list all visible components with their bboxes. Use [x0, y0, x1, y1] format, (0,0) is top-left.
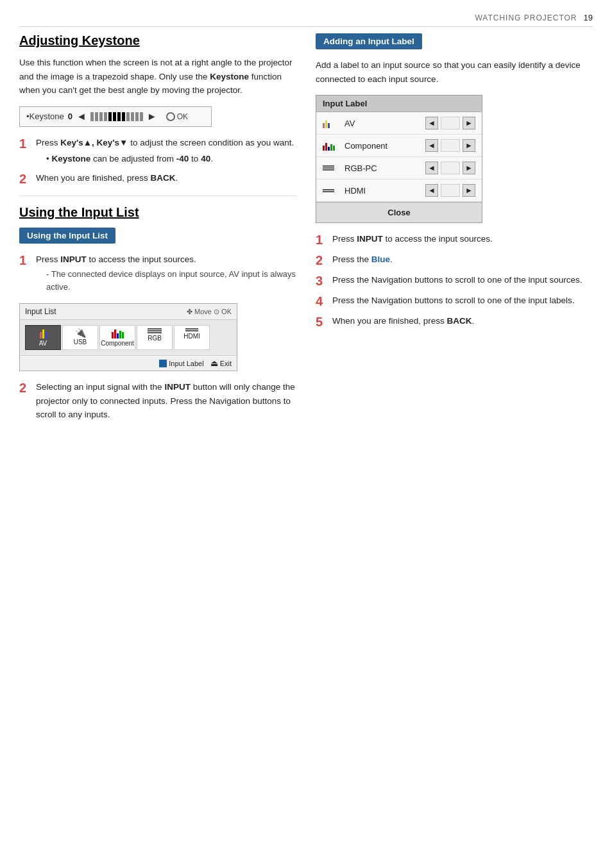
ok-circle — [166, 112, 175, 121]
rgb-row-name: RGB-PC — [344, 163, 421, 173]
hdmi-right-arrow[interactable]: ► — [463, 184, 475, 197]
av-left-arrow[interactable]: ◄ — [425, 117, 438, 129]
bar-seg-1 — [90, 112, 94, 121]
rgb-controls: ◄ ► — [425, 162, 475, 174]
right-step-num-5: 5 — [316, 314, 328, 330]
two-col-layout: Adjusting Keystone Use this function whe… — [19, 33, 593, 427]
input-label-ui: Input Label AV ◄ ► — [316, 95, 482, 223]
bar-seg-3 — [99, 112, 103, 121]
step-sub-2-1: - The connected device displays on input… — [46, 268, 296, 295]
usb-label: USB — [74, 338, 87, 346]
40-bold: 40 — [201, 154, 210, 163]
page-number: 19 — [584, 13, 593, 22]
bar-seg-2 — [95, 112, 98, 121]
right-step-num-2: 2 — [316, 253, 328, 268]
av-right-arrow[interactable]: ► — [463, 117, 475, 129]
av-label: AV — [39, 340, 47, 347]
av-controls: ◄ ► — [425, 117, 475, 129]
back-bold-r: BACK — [447, 316, 472, 326]
input-item-usb[interactable]: 🔌 USB — [62, 325, 98, 350]
input-label-row-hdmi: HDMI ◄ ► — [316, 179, 482, 202]
page-header: WATCHING PROJECTOR 19 — [19, 13, 593, 27]
rgb-icon — [148, 328, 162, 333]
av-row-name: AV — [344, 119, 421, 128]
input-bold-1: INPUT — [60, 255, 87, 264]
step-text-1-2: When you are finished, press BACK. — [36, 171, 296, 185]
input-item-av[interactable]: AV — [25, 325, 61, 350]
input-label-row-component: Component ◄ ► — [316, 135, 482, 157]
keystone-value: 0 — [68, 112, 72, 121]
right-step-text-1: Press INPUT to access the input sources. — [332, 232, 593, 246]
hdmi-value-space — [441, 184, 460, 197]
section2-title: Using the Input List — [19, 205, 296, 220]
ok-text: OK — [177, 112, 188, 121]
bar-seg-5 — [108, 112, 112, 121]
keystone-bullet-bold: Keystone — [51, 154, 90, 163]
page: WATCHING PROJECTOR 19 Adjusting Keystone… — [0, 0, 612, 446]
right-steps: 1 Press INPUT to access the input source… — [316, 232, 593, 330]
input-list-actions: ✤ Move ⊙ OK — [187, 308, 232, 316]
close-button[interactable]: Close — [316, 202, 482, 222]
step-2-1: 1 Press INPUT to access the input source… — [19, 253, 296, 294]
rgb-value-space — [441, 162, 460, 174]
input-item-hdmi[interactable]: HDMI — [174, 325, 210, 350]
bar-seg-11 — [135, 112, 139, 121]
component-icon — [112, 328, 124, 338]
exit-btn[interactable]: ⏏ Exit — [210, 358, 232, 368]
input-list-title: Input List — [25, 307, 56, 316]
bar-seg-6 — [113, 112, 116, 121]
keys-bold: Key's▲, Key's▼ — [60, 138, 128, 147]
right-column: Adding an Input Label Add a label to an … — [316, 33, 593, 427]
right-step-num-1: 1 — [316, 232, 328, 247]
keystone-bar — [90, 112, 143, 121]
rgb-left-arrow[interactable]: ◄ — [425, 162, 438, 174]
input-list-items: AV 🔌 USB — [20, 320, 237, 355]
input-list-footer: Input Label ⏏ Exit — [20, 355, 237, 371]
section1-intro: Use this function when the screen is not… — [19, 56, 296, 97]
hdmi-left-arrow[interactable]: ◄ — [425, 184, 438, 197]
input-label-header: Input Label — [316, 96, 482, 112]
input-item-rgb[interactable]: RGB — [137, 325, 173, 350]
exit-icon: ⏏ — [210, 358, 218, 368]
step-1-2: 2 When you are finished, press BACK. — [19, 171, 296, 187]
step-num-1-1: 1 — [19, 136, 32, 151]
subsection-box-right: Adding an Input Label — [316, 33, 422, 49]
step-text-1-1: Press Key's▲, Key's▼ to adjust the scree… — [36, 136, 296, 166]
input-label-row-av: AV ◄ ► — [316, 112, 482, 135]
hdmi-controls: ◄ ► — [425, 184, 475, 197]
right-intro: Add a label to an input source so that y… — [316, 58, 593, 86]
input-item-component[interactable]: Component — [99, 325, 135, 350]
bullet-item-1: Keystone can be adjusted from -40 to 40. — [46, 152, 296, 166]
keystone-left-arrow[interactable]: ◄ — [76, 111, 87, 122]
hdmi-label: HDMI — [183, 333, 200, 340]
step-1-1: 1 Press Key's▲, Key's▼ to adjust the scr… — [19, 136, 296, 166]
step-text-2-1: Press INPUT to access the input sources.… — [36, 253, 296, 294]
step-num-1-2: 2 — [19, 171, 32, 187]
component-value-space — [441, 139, 460, 152]
input-label-btn[interactable]: Input Label — [159, 360, 203, 367]
right-step-text-3: Press the Navigation buttons to scroll t… — [332, 273, 593, 287]
input-list-ui: Input List ✤ Move ⊙ OK AV — [19, 303, 237, 371]
right-step-num-3: 3 — [316, 273, 328, 288]
back-bold-1: BACK — [151, 173, 176, 183]
right-step-text-5: When you are finished, press BACK. — [332, 314, 593, 328]
component-row-name: Component — [344, 141, 421, 151]
bar-seg-7 — [117, 112, 121, 121]
input-label-row-rgb: RGB-PC ◄ ► — [316, 157, 482, 179]
component-right-arrow[interactable]: ► — [463, 139, 475, 152]
hdmi-row-icon — [323, 189, 341, 192]
component-left-arrow[interactable]: ◄ — [425, 139, 438, 152]
header-title: WATCHING PROJECTOR — [475, 13, 577, 22]
right-step-5: 5 When you are finished, press BACK. — [316, 314, 593, 330]
input-label-title: Input Label — [323, 99, 367, 108]
component-row-icon — [323, 140, 341, 151]
keystone-right-arrow[interactable]: ► — [147, 111, 157, 122]
section1-title: Adjusting Keystone — [19, 33, 296, 48]
bar-seg-10 — [131, 112, 134, 121]
step-text-2-2: Selecting an input signal with the INPUT… — [36, 380, 296, 422]
rgb-right-arrow[interactable]: ► — [463, 162, 475, 174]
rgb-label: RGB — [148, 335, 162, 342]
input-list-header: Input List ✤ Move ⊙ OK — [20, 304, 237, 320]
right-step-3: 3 Press the Navigation buttons to scroll… — [316, 273, 593, 288]
keystone-bold: Keystone — [210, 72, 249, 81]
